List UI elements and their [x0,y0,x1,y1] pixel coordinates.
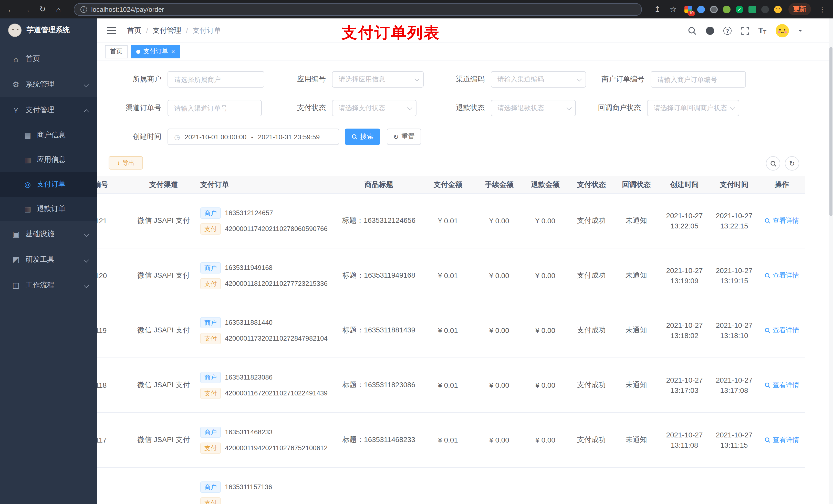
share-icon[interactable]: ↥ [653,5,662,14]
cell-channel: 微信 JSAPI 支付 [129,326,198,335]
sidebar-item-dev-tools[interactable]: ◩ 研发工具 [0,247,97,272]
cell-fee: ¥ 0.00 [477,217,521,225]
cell-order: 商户1635311949168 支付4200001181202110277723… [198,262,339,289]
app-logo[interactable]: 芋道管理系统 [0,19,97,42]
home-icon[interactable]: ⌂ [54,5,63,14]
search-icon[interactable] [688,26,697,35]
view-detail-link[interactable]: 查看详情 [764,381,799,390]
view-detail-link[interactable]: 查看详情 [764,435,799,445]
cell-notify: 未通知 [613,381,659,390]
search-button[interactable]: 搜索 [345,128,380,145]
screen: ← → ↻ ⌂ i localhost:1024/pay/order ↥ ☆ 1… [0,0,833,504]
cell-pay-time: 2021-10-2713:19:15 [710,265,759,286]
tab-close-icon[interactable]: × [171,48,175,55]
extension-icon-face[interactable] [774,5,782,13]
app-select[interactable]: 请选择应用信息 [332,71,424,88]
reset-button[interactable]: ↻ 重置 [387,128,421,145]
channel-order-input[interactable] [168,100,262,116]
site-info-icon[interactable]: i [80,6,87,13]
browser-update-button[interactable]: 更新 [788,3,811,15]
fullscreen-icon[interactable] [740,26,749,35]
header-actions: ? TT [688,19,802,43]
tags-view-bar: 首页 支付订单 × [97,43,833,61]
sidebar-item-pay-order[interactable]: ◎ 支付订单 [0,172,97,197]
col-title: 商品标题 [339,180,419,189]
col-channel: 支付渠道 [129,180,198,189]
breadcrumb-home[interactable]: 首页 [127,26,141,35]
cell-actions: 查看详情 [759,326,805,335]
cell-amount: ¥ 0.01 [419,381,477,389]
col-fee: 手续金额 [477,180,521,189]
merchant-no: 1635311468233 [225,428,272,436]
sidebar-item-workflow[interactable]: ◫ 工作流程 [0,272,97,298]
col-order: 支付订单 [198,180,339,189]
sidebar-item-system[interactable]: ⚙ 系统管理 [0,72,97,97]
toggle-search-button[interactable] [766,156,780,171]
channel-code-select[interactable]: 请输入渠道编码 [491,71,586,88]
tab-pay-order[interactable]: 支付订单 × [131,45,180,58]
date-range-picker[interactable]: ◷ 2021-10-01 00:00:00 - 2021-10-31 23:59… [168,128,339,145]
target-icon: ◎ [23,180,33,189]
pay-status-select[interactable]: 请选择支付状态 [332,100,416,116]
bookmark-star-icon[interactable]: ☆ [669,5,678,14]
browser-menu-icon[interactable]: ⋮ [818,5,827,13]
breadcrumb-pay[interactable]: 支付管理 [153,26,181,35]
extension-icon-square[interactable] [748,5,756,13]
cell-title: 标题：1635311949168 [339,271,419,280]
forward-icon[interactable]: → [22,5,31,14]
annotation-title: 支付订单列表 [342,23,440,44]
extension-icon-check[interactable]: ✓ [736,5,743,13]
cell-order: 商户1635311157136 支付 [198,481,339,504]
tab-home[interactable]: 首页 [105,45,127,58]
extension-icon-blue[interactable] [697,5,705,13]
cell-amount: ¥ 0.01 [419,326,477,334]
sidebar-item-home[interactable]: ⌂ 首页 [0,46,97,72]
field-label: 渠道编码 [425,75,491,84]
cell-status: 支付成功 [570,216,613,225]
view-detail-link[interactable]: 查看详情 [764,271,799,280]
merchant-input[interactable] [168,71,264,88]
cell-amount: ¥ 0.01 [419,217,477,225]
extension-badge: 10 [688,10,695,16]
cell-order: 商户1635311823086 支付4200001167202110271022… [198,371,339,399]
extension-icon-gray[interactable] [710,5,718,13]
sidebar-item-label: 首页 [26,54,40,64]
refund-status-select[interactable]: 请选择退款状态 [491,100,576,116]
cell-order: 商户1635311468233 支付4200001194202110276752… [198,426,339,454]
avatar-caret-icon[interactable] [798,30,802,34]
extension-grid-icon[interactable]: 10 [685,5,692,13]
sidebar-item-refund-order[interactable]: ▥ 退款订单 [0,197,97,221]
refresh-icon[interactable]: ↻ [38,5,47,14]
field-label: 应用编号 [266,75,332,84]
view-detail-link[interactable]: 查看详情 [764,216,799,225]
address-bar[interactable]: i localhost:1024/pay/order [74,3,642,16]
pay-tag: 支付 [200,497,221,504]
export-button[interactable]: ↓ 导出 [109,156,143,170]
help-icon[interactable]: ? [723,27,732,35]
table-row: 120 微信 JSAPI 支付 商户1635311949168 支付420000… [97,248,805,303]
sidebar-item-pay[interactable]: ¥ 支付管理 [0,97,97,123]
sidebar-item-merchant-info[interactable]: ▤ 商户信息 [0,123,97,147]
field-label: 商户订单编号 [579,75,651,84]
extension-icon-dark[interactable] [761,5,769,13]
extension-icon-green[interactable] [723,5,731,13]
sidebar-item-label: 系统管理 [26,80,54,89]
font-size-icon[interactable]: TT [758,27,766,35]
merchant-order-input[interactable] [651,71,746,88]
view-detail-link[interactable]: 查看详情 [764,326,799,335]
github-icon[interactable] [706,26,715,35]
refresh-table-button[interactable]: ↻ [785,156,799,171]
user-avatar[interactable] [775,24,789,38]
scrollbar-thumb[interactable] [829,47,832,216]
back-icon[interactable]: ← [6,5,15,14]
cell-channel: 微信 JSAPI 支付 [129,381,198,390]
table-row: 117 微信 JSAPI 支付 商户1635311468233 支付420000… [97,413,805,467]
sidebar-item-app-info[interactable]: ▦ 应用信息 [0,147,97,172]
callback-status-select[interactable]: 请选择订单回调商户状态 [647,100,739,116]
sidebar-pay-group: ¥ 支付管理 ▤ 商户信息 ▦ 应用信息 ◎ 支付订单 ▥ [0,97,97,221]
card-icon: ▤ [23,131,33,139]
hamburger-icon[interactable] [107,27,116,34]
sidebar-item-infra[interactable]: ▣ 基础设施 [0,221,97,247]
url-text[interactable]: localhost:1024/pay/order [91,5,164,13]
scrollbar-track[interactable] [829,19,833,504]
